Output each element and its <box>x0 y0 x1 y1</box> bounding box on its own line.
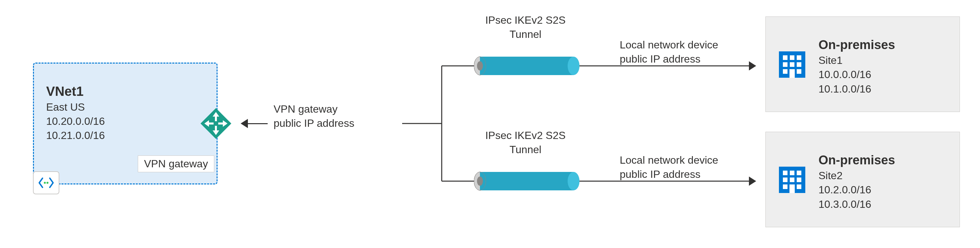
svg-point-16 <box>477 176 483 186</box>
site1-cidr2: 10.1.0.0/16 <box>818 82 895 96</box>
arrow-to-site1-icon <box>749 61 756 70</box>
building-icon <box>776 163 808 196</box>
arrow-to-gateway-icon <box>241 119 248 128</box>
vnet-info: VNet1 East US 10.20.0.0/16 10.21.0.0/16 <box>46 82 105 143</box>
svg-point-14 <box>568 172 579 190</box>
local-device-2-line2: public IP address <box>620 167 718 181</box>
svg-rect-31 <box>783 178 788 182</box>
vnet-title: VNet1 <box>46 82 105 100</box>
gateway-icon <box>198 105 234 141</box>
svg-rect-33 <box>797 178 801 182</box>
svg-rect-23 <box>797 62 801 67</box>
local-device-1-line1: Local network device <box>620 38 718 52</box>
site1-cidr1: 10.0.0.0/16 <box>818 68 895 82</box>
local-device-2-label: Local network device public IP address <box>620 153 718 181</box>
tunnel1-icon <box>474 56 579 78</box>
tunnel2-icon <box>474 171 579 194</box>
gateway-label: VPN gateway <box>144 158 208 170</box>
svg-point-5 <box>46 182 48 184</box>
site1-info: On-premises Site1 10.0.0.0/16 10.1.0.0/1… <box>818 37 895 96</box>
svg-rect-32 <box>790 178 794 182</box>
svg-point-11 <box>477 61 483 70</box>
gateway-label-box: VPN gateway <box>138 156 214 172</box>
svg-point-9 <box>568 57 579 75</box>
site2-cidr1: 10.2.0.0/16 <box>818 183 895 197</box>
vnet-region: East US <box>46 100 105 114</box>
site2-box: On-premises Site2 10.2.0.0/16 10.3.0.0/1… <box>765 132 960 227</box>
site2-cidr2: 10.3.0.0/16 <box>818 197 895 211</box>
gateway-desc-line1: VPN gateway <box>274 102 354 116</box>
tunnel2-line2: Tunnel <box>466 143 585 157</box>
vnet-cidr2: 10.21.0.0/16 <box>46 129 105 143</box>
tunnel2-line1: IPsec IKEv2 S2S <box>466 129 585 143</box>
gateway-description: VPN gateway public IP address <box>274 102 354 130</box>
local-device-1-line2: public IP address <box>620 52 718 66</box>
site2-title: On-premises <box>818 152 895 169</box>
svg-rect-26 <box>789 69 795 78</box>
svg-rect-34 <box>783 184 788 189</box>
local-device-2-line1: Local network device <box>620 153 718 167</box>
svg-rect-35 <box>797 184 801 189</box>
vnet-icon <box>33 171 59 194</box>
svg-rect-8 <box>480 57 574 75</box>
site1-box: On-premises Site1 10.0.0.0/16 10.1.0.0/1… <box>765 16 960 112</box>
svg-rect-21 <box>783 62 788 67</box>
svg-point-4 <box>44 182 46 184</box>
gateway-desc-line2: public IP address <box>274 116 354 130</box>
svg-rect-36 <box>789 184 795 193</box>
local-device-1-label: Local network device public IP address <box>620 38 718 66</box>
site1-name: Site1 <box>818 53 895 68</box>
tunnel1-label: IPsec IKEv2 S2S Tunnel <box>466 13 585 41</box>
site2-name: Site2 <box>818 169 895 183</box>
svg-rect-30 <box>797 171 801 175</box>
building-icon <box>776 48 808 81</box>
vnet-cidr1: 10.20.0.0/16 <box>46 114 105 129</box>
svg-rect-29 <box>790 171 794 175</box>
svg-rect-28 <box>783 171 788 175</box>
tunnel2-label: IPsec IKEv2 S2S Tunnel <box>466 129 585 157</box>
svg-rect-13 <box>480 172 574 190</box>
arrow-line-gateway <box>248 123 268 124</box>
svg-rect-20 <box>797 55 801 60</box>
arrow-to-site2-icon <box>749 176 756 186</box>
tunnel1-line1: IPsec IKEv2 S2S <box>466 13 585 27</box>
svg-rect-25 <box>797 69 801 74</box>
svg-rect-22 <box>790 62 794 67</box>
svg-rect-18 <box>783 55 788 60</box>
site1-title: On-premises <box>818 37 895 53</box>
tunnel1-line2: Tunnel <box>466 27 585 41</box>
svg-rect-24 <box>783 69 788 74</box>
site2-info: On-premises Site2 10.2.0.0/16 10.3.0.0/1… <box>818 152 895 211</box>
svg-rect-19 <box>790 55 794 60</box>
